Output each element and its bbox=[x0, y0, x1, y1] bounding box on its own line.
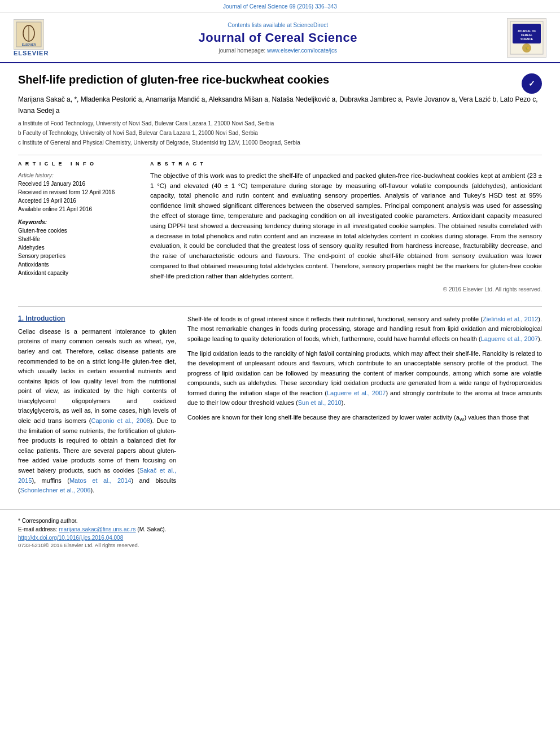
keyword-6: Antioxidant capacity bbox=[18, 269, 137, 277]
zielinski-link[interactable]: Zieliński et al., 2012 bbox=[483, 316, 538, 322]
svg-text:SCIENCE: SCIENCE bbox=[520, 37, 533, 41]
keyword-2: Shelf-life bbox=[18, 235, 137, 243]
article-info-abstract: A R T I C L E I N F O Article history: R… bbox=[18, 155, 542, 292]
available-online-date: Available online 21 April 2016 bbox=[18, 205, 137, 213]
elsevier-logo-area: ELSEVIER ELSEVIER bbox=[14, 19, 49, 56]
schon-link[interactable]: Schonlechner et al., 2006 bbox=[20, 487, 91, 493]
corresponding-note: * Corresponding author. bbox=[18, 518, 542, 524]
sun-link[interactable]: Sun et al., 2010 bbox=[298, 399, 342, 406]
title-crossmark-row: Shelf-life prediction of gluten-free ric… bbox=[18, 73, 542, 94]
footer-area: * Corresponding author. E-mail address: … bbox=[0, 509, 560, 553]
keywords-list: Gluten-free cookies Shelf-life Aldehydes… bbox=[18, 226, 137, 277]
article-info-col: A R T I C L E I N F O Article history: R… bbox=[18, 161, 137, 292]
article-history: Article history: Received 19 January 201… bbox=[18, 171, 137, 213]
sciencedirect-text: Contents lists available at ScienceDirec… bbox=[49, 22, 507, 28]
email-note: E-mail address: marijana.sakac@fins.uns.… bbox=[18, 526, 542, 532]
article-title: Shelf-life prediction of gluten-free ric… bbox=[18, 73, 329, 86]
journal-homepage-link[interactable]: www.elsevier.com/locate/jcs bbox=[267, 47, 337, 54]
elsevier-label: ELSEVIER bbox=[14, 50, 49, 56]
abstract-text: The objective of this work was to predic… bbox=[150, 171, 542, 282]
corresponding-label: * Corresponding author. bbox=[18, 518, 78, 524]
page-wrapper: Journal of Cereal Science 69 (2016) 336–… bbox=[0, 0, 560, 553]
affiliations: a Institute of Food Technology, Universi… bbox=[18, 119, 542, 147]
article-area: Shelf-life prediction of gluten-free ric… bbox=[0, 63, 560, 298]
issn-line: 0733-5210/© 2016 Elsevier Ltd. All right… bbox=[18, 542, 542, 548]
intro-paragraph-2: Shelf-life of foods is of great interest… bbox=[187, 314, 542, 424]
elsevier-icon: ELSEVIER bbox=[14, 19, 44, 50]
elsevier-logo: ELSEVIER bbox=[14, 19, 44, 50]
body-right-col: Shelf-life of foods is of great interest… bbox=[187, 314, 542, 500]
matos-link[interactable]: Matos et al., 2014 bbox=[69, 477, 132, 484]
authors-line: Marijana Sakač a, *, Mladenka Pestorić a… bbox=[18, 94, 542, 117]
article-info-label: A R T I C L E I N F O bbox=[18, 161, 137, 167]
email-label: E-mail address: bbox=[18, 526, 57, 532]
laguerre-link2[interactable]: Laguerre et al., 2007 bbox=[327, 390, 386, 396]
email-suffix: (M. Sakač). bbox=[137, 526, 166, 532]
affiliation-a: a Institute of Food Technology, Universi… bbox=[18, 119, 542, 128]
journal-homepage: journal homepage: www.elsevier.com/locat… bbox=[49, 47, 507, 54]
journal-title: Journal of Cereal Science bbox=[49, 30, 507, 45]
accepted-date: Accepted 19 April 2016 bbox=[18, 196, 137, 205]
article-title-block: Shelf-life prediction of gluten-free ric… bbox=[18, 73, 329, 92]
body-divider bbox=[18, 306, 542, 307]
keyword-4: Sensory properties bbox=[18, 252, 137, 260]
abstract-col: A B S T R A C T The objective of this wo… bbox=[150, 161, 542, 292]
caponio-link[interactable]: Caponio et al., 2008 bbox=[91, 417, 150, 424]
affiliation-b: b Faculty of Technology, University of N… bbox=[18, 129, 542, 137]
journal-citation: Journal of Cereal Science 69 (2016) 336–… bbox=[223, 3, 337, 10]
svg-text:🌾: 🌾 bbox=[525, 46, 530, 51]
doi-link[interactable]: http://dx.doi.org/10.1016/j.jcs.2016.04.… bbox=[18, 535, 123, 541]
intro-paragraph-1: Celiac disease is a permanent intoleranc… bbox=[18, 327, 176, 496]
doi-line: http://dx.doi.org/10.1016/j.jcs.2016.04.… bbox=[18, 535, 542, 541]
affiliation-c: c Institute of General and Physical Chem… bbox=[18, 138, 542, 147]
keyword-5: Antioxidants bbox=[18, 260, 137, 269]
copyright: © 2016 Elsevier Ltd. All rights reserved… bbox=[150, 286, 542, 292]
received-revised-date: Received in revised form 12 April 2016 bbox=[18, 188, 137, 196]
abstract-label: A B S T R A C T bbox=[150, 161, 542, 167]
journal-cover-icon: JOURNAL OF CEREAL SCIENCE 🌾 bbox=[507, 18, 546, 58]
journal-citation-bar: Journal of Cereal Science 69 (2016) 336–… bbox=[0, 0, 560, 12]
body-left-col: 1. Introduction Celiac disease is a perm… bbox=[18, 314, 176, 500]
body-section: 1. Introduction Celiac disease is a perm… bbox=[0, 314, 560, 500]
svg-text:ELSEVIER: ELSEVIER bbox=[22, 43, 36, 46]
keywords-label: Keywords: bbox=[18, 219, 137, 225]
introduction-heading: 1. Introduction bbox=[18, 314, 176, 322]
author-email[interactable]: marijana.sakac@fins.uns.ac.rs bbox=[59, 526, 135, 532]
keyword-3: Aldehydes bbox=[18, 243, 137, 252]
journal-header-center: Contents lists available at ScienceDirec… bbox=[49, 22, 507, 54]
svg-text:JOURNAL OF: JOURNAL OF bbox=[518, 29, 536, 33]
journal-header: ELSEVIER ELSEVIER Contents lists availab… bbox=[0, 12, 560, 63]
keywords-section: Keywords: Gluten-free cookies Shelf-life… bbox=[18, 219, 137, 277]
svg-text:CEREAL: CEREAL bbox=[521, 33, 533, 37]
laguerre-link1[interactable]: Laguerre et al., 2007 bbox=[481, 335, 539, 342]
article-history-label: Article history: bbox=[18, 171, 137, 180]
keyword-1: Gluten-free cookies bbox=[18, 226, 137, 235]
crossmark-badge: ✓ bbox=[522, 73, 542, 94]
received-date: Received 19 January 2016 bbox=[18, 180, 137, 188]
